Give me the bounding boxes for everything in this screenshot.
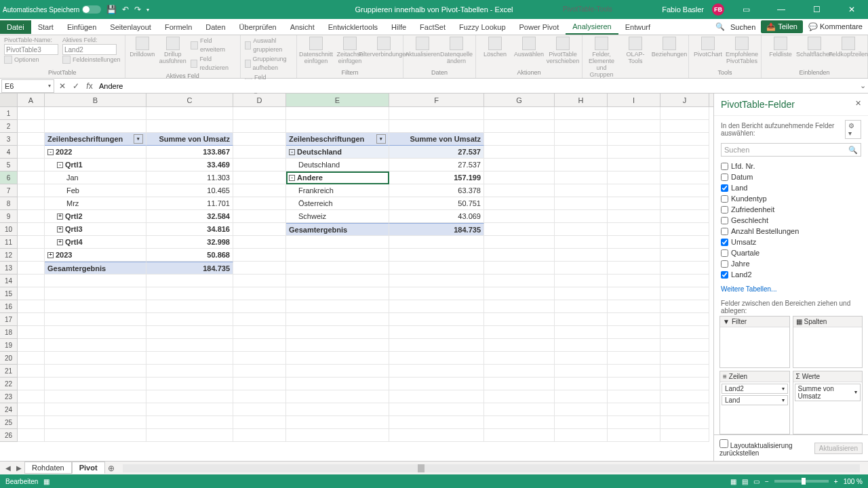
cell[interactable] [389,287,484,300]
cell[interactable] [18,365,45,378]
cell[interactable] [660,262,709,274]
calc-fields-button[interactable]: Felder, Elemente und Gruppen [587,37,616,79]
cell[interactable] [608,249,660,262]
change-source-button[interactable]: Datenquelle ändern [441,37,471,65]
cell[interactable] [389,339,484,352]
field-item[interactable]: Umsatz [721,237,861,247]
row-header[interactable]: 22 [0,378,17,390]
drillup-button[interactable]: Drillup ausführen [159,37,186,65]
cell[interactable] [233,403,286,416]
cell[interactable] [233,390,286,403]
expand-formula-icon[interactable]: ⌄ [857,81,868,90]
cell[interactable] [484,403,555,416]
field-checkbox[interactable] [721,260,728,268]
column-header[interactable]: F [389,94,484,106]
area-item[interactable]: Land2▾ [722,384,788,394]
cell[interactable] [608,352,660,365]
view-layout-icon[interactable]: ▤ [742,478,748,485]
name-box[interactable]: E6▾ [1,79,54,93]
cell[interactable] [45,378,146,390]
tab-help[interactable]: Hilfe [384,20,413,34]
cell[interactable] [484,339,555,352]
cell[interactable] [18,249,45,262]
cell[interactable] [146,390,233,403]
sheet-nav-next-icon[interactable]: ▶ [14,464,24,472]
options-button[interactable]: Optionen [4,56,58,64]
autosave-toggle[interactable] [82,5,101,14]
cell[interactable] [45,339,146,352]
cell[interactable] [286,365,389,378]
cell[interactable] [608,120,660,133]
cell[interactable] [555,365,608,378]
cell[interactable] [18,262,45,274]
cell[interactable]: +2023 [45,249,146,262]
move-button[interactable]: PivotTable verschieben [548,37,578,65]
fieldlist-button[interactable]: Feldliste [766,37,795,58]
macro-icon[interactable]: ▦ [43,478,50,485]
cell[interactable] [484,133,555,146]
cell[interactable] [608,184,660,197]
cell[interactable] [146,365,233,378]
cell[interactable] [45,274,146,287]
cell[interactable] [18,236,45,249]
cell[interactable] [18,197,45,210]
recommend-button[interactable]: Empfohlene PivotTables [727,37,757,65]
cell[interactable] [484,300,555,313]
select-all-corner[interactable] [0,94,18,106]
cell[interactable] [660,403,709,416]
cell[interactable] [555,262,608,274]
select-button[interactable]: Auswählen [514,37,544,58]
cell[interactable] [660,274,709,287]
cell[interactable] [660,365,709,378]
cell[interactable]: 184.735 [146,262,233,274]
formula-input[interactable] [96,79,857,93]
row-header[interactable]: 3 [0,133,17,146]
cell[interactable] [233,249,286,262]
cell[interactable] [555,429,608,442]
cell[interactable] [389,300,484,313]
field-checkbox[interactable] [721,228,728,235]
cell[interactable] [608,326,660,339]
area-values[interactable]: ΣWerte Summe von Umsatz▾ [793,371,863,435]
field-item[interactable]: Land [721,182,861,193]
cell[interactable] [233,365,286,378]
cell[interactable] [389,249,484,262]
cell[interactable] [286,107,389,120]
cell[interactable]: 32.998 [146,236,233,249]
cell[interactable] [233,326,286,339]
sheet-tab[interactable]: Pivot [72,462,105,474]
field-item[interactable]: Datum [721,171,861,182]
pivotchart-button[interactable]: PivotChart [693,37,723,58]
cell[interactable] [389,326,484,339]
sheet-nav-prev-icon[interactable]: ◀ [3,464,14,472]
cell[interactable] [18,210,45,223]
cell[interactable]: -Deutschland [286,146,389,159]
maximize-icon[interactable]: ☐ [803,5,830,14]
search-label[interactable]: Suchen [730,23,755,31]
cell[interactable] [555,120,608,133]
cell[interactable] [484,107,555,120]
qat-customize-icon[interactable]: ▾ [146,7,149,13]
cell[interactable] [660,159,709,171]
cancel-icon[interactable]: ✕ [56,81,69,91]
cell[interactable] [146,313,233,326]
slicer-button[interactable]: Datenschnitt einfügen [301,37,331,65]
field-settings-button[interactable]: Feldeinstellungen [62,56,121,64]
cell[interactable] [233,429,286,442]
cell[interactable] [555,287,608,300]
field-item[interactable]: Anzahl Bestellungen [721,226,861,237]
cell[interactable] [555,274,608,287]
cell[interactable] [660,146,709,159]
sheet-tab[interactable]: Rohdaten [24,462,72,474]
cell[interactable] [286,326,389,339]
view-pagebreak-icon[interactable]: ▭ [753,478,760,485]
cell[interactable] [233,159,286,171]
cell[interactable] [233,133,286,146]
cell[interactable] [660,197,709,210]
cell[interactable] [146,120,233,133]
cell[interactable]: 43.069 [389,210,484,223]
clear-button[interactable]: Löschen [480,37,510,58]
cell[interactable] [555,249,608,262]
column-header[interactable]: B [45,94,146,106]
cell[interactable] [45,416,146,429]
